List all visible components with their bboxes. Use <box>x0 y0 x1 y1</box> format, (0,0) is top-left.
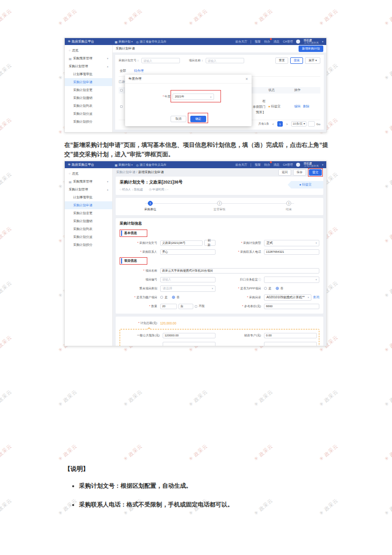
sidebar-item-plan-cancel[interactable]: 采购计划撤销 <box>65 94 112 102</box>
user-info[interactable]: 陈杭建义乌市财政局 <box>304 39 318 45</box>
nav-ca[interactable]: CA管理 <box>283 40 293 44</box>
shanty-no-radio[interactable] <box>172 296 175 299</box>
grid-icon: ▦ <box>115 40 118 44</box>
breadcrumb-parent[interactable]: 采购计划申请 <box>116 170 135 174</box>
watermark: ✳ 政采云 <box>0 334 13 354</box>
year-dialog: 年度办理 ✕ 年度 2021年▾ 取消 确定 <box>125 75 252 126</box>
nav-location[interactable]: ◎浙江省金华市义乌市 <box>136 40 166 44</box>
steps-card: 1采购单位 2监管审核 3结束 <box>116 198 323 215</box>
cancel-button[interactable]: 取消 <box>171 116 186 122</box>
avatar[interactable]: ◌ <box>296 163 300 167</box>
cutoff-input-left[interactable] <box>163 342 216 346</box>
shanty-yes-radio[interactable] <box>160 296 163 299</box>
sidebar-group-budget[interactable]: ▤采购预算管理▾ <box>65 54 112 62</box>
sidebar-item-plan-review[interactable]: 计划事项审批 <box>65 193 112 201</box>
sidebar-item-plan-change[interactable]: 采购计划变更 <box>65 86 112 94</box>
sidebar-item-plan-cancel[interactable]: 采购计划撤销 <box>65 217 112 225</box>
price-input[interactable] <box>264 304 319 309</box>
sidebar-item-plan-apply[interactable]: 采购计划申请 <box>65 78 112 86</box>
qty-input[interactable] <box>160 304 177 309</box>
ppp-yes-radio[interactable] <box>264 287 267 290</box>
reset-button[interactable]: 重置 <box>275 57 288 64</box>
nav-alert[interactable]: 预警 <box>255 40 261 44</box>
cutoff-input-right[interactable] <box>264 342 317 346</box>
edit-link[interactable]: 编辑 <box>294 104 301 108</box>
nav-message[interactable]: 消息 <box>273 163 279 167</box>
new-plan-button[interactable]: 新增采购计划 <box>299 46 323 52</box>
phone-input[interactable] <box>264 249 319 255</box>
year-select[interactable]: 2021年▾ <box>173 93 214 100</box>
nav-ca[interactable]: CA管理 <box>283 163 293 167</box>
back-button[interactable]: 返回 <box>278 169 291 176</box>
watermark: ✳ 政采云 <box>122 388 144 408</box>
page-jump-input[interactable] <box>308 121 315 127</box>
office-select[interactable]: ▾ <box>264 277 319 283</box>
nav-menu-plan[interactable]: ▦采购计划▾ <box>115 163 132 167</box>
next-page-button[interactable]: > <box>284 121 290 127</box>
sidebar-item-plan-review[interactable]: 计划事项审批 <box>65 70 112 78</box>
key-type-select[interactable]: 请选择▾ <box>160 285 216 292</box>
save-button[interactable]: 保存 <box>293 169 306 176</box>
delete-link[interactable]: 删除 <box>303 104 309 108</box>
row-checkbox[interactable] <box>120 105 123 108</box>
user-chevron-icon[interactable]: ▾ <box>322 163 323 166</box>
project-name-input[interactable] <box>160 268 319 274</box>
brand[interactable]: ✳政府采购云平台 <box>68 40 111 44</box>
qty-unit-input[interactable] <box>178 304 193 309</box>
nav-alert[interactable]: 预警 <box>255 163 261 167</box>
sidebar-item-plan-split[interactable]: 采购计划拆分 <box>65 118 112 126</box>
user-info[interactable]: 陈杭建义乌市财政局 <box>304 162 318 168</box>
fiscal-account-input[interactable] <box>264 333 317 338</box>
sidebar-item-plan-assign[interactable]: 采购计划分派 <box>65 233 112 241</box>
nav-front-hall[interactable]: 前台大厅 <box>235 163 247 167</box>
catalog-search-link[interactable]: 查询 <box>313 295 319 300</box>
project-no-input[interactable] <box>160 277 216 282</box>
plan-type-value: 正式 <box>266 241 273 245</box>
watermark: ✳ 政采云 <box>57 388 79 408</box>
plan-type-select[interactable]: 正式▾ <box>264 240 319 246</box>
nav-menu-plan[interactable]: ▦采购计划▾ <box>115 40 132 44</box>
prev-page-button[interactable]: < <box>270 121 276 127</box>
nav-todo[interactable]: 待办 <box>264 163 270 167</box>
select-all-checkbox[interactable] <box>120 89 123 92</box>
filter-doc-label: 采购计划文号： <box>119 58 139 63</box>
sidebar-item-plan-assign[interactable]: 采购计划分派 <box>65 110 112 118</box>
nav-location[interactable]: ◎浙江省金华市义乌市 <box>136 163 166 167</box>
sidebar-group-plan[interactable]: 采购计划管理▴ <box>65 185 112 193</box>
ppp-no-radio[interactable] <box>276 287 279 290</box>
sidebar-item-overview[interactable]: ○总览 <box>65 170 112 178</box>
nav-front-hall[interactable]: 前台大厅 <box>235 40 247 44</box>
sidebar-item-plan-split[interactable]: 采购计划拆分 <box>65 241 112 249</box>
expand-button[interactable]: 展开 ▾ <box>305 57 320 64</box>
unlimited-checkbox[interactable] <box>195 305 197 308</box>
filter-doc-input[interactable] <box>141 58 180 63</box>
submit-button[interactable]: 提交 <box>309 169 322 176</box>
confirm-button[interactable]: 确定 <box>190 116 206 122</box>
catalog-select[interactable]: A02010105便携式计算机**▾ <box>264 294 311 301</box>
per-page-select[interactable]: 10条/页 ▾ <box>291 121 306 127</box>
page-number[interactable]: 1 <box>277 121 283 127</box>
sidebar-item-plan-list[interactable]: 采购计划列表 <box>65 102 112 110</box>
brand[interactable]: ✳政府采购云平台 <box>68 163 111 167</box>
sidebar-group-plan[interactable]: 采购计划管理▴ <box>65 62 112 70</box>
sidebar-item-plan-apply[interactable]: 采购计划申请 <box>65 201 112 209</box>
sidebar-item-overview[interactable]: ○总览 <box>65 46 112 54</box>
contact-input[interactable] <box>160 249 216 255</box>
doc-no-input[interactable] <box>160 240 203 246</box>
public-budget-input[interactable] <box>163 333 216 338</box>
sidebar-item-plan-change[interactable]: 采购计划变更 <box>65 209 112 217</box>
nav-message[interactable]: 消息 <box>273 40 279 44</box>
todo-badge <box>270 161 272 163</box>
filter-name-input[interactable] <box>206 58 244 63</box>
watermark: ✳ 政采云 <box>253 443 274 462</box>
search-button[interactable]: 搜索 <box>290 57 303 64</box>
user-chevron-icon[interactable]: ▾ <box>322 40 323 43</box>
go-label[interactable]: Go <box>316 123 320 126</box>
close-icon[interactable]: ✕ <box>245 77 248 81</box>
nav-todo[interactable]: 待办 <box>264 40 270 44</box>
refresh-button[interactable]: 刷新 <box>204 240 216 246</box>
avatar[interactable]: ◌ <box>296 40 300 44</box>
sidebar-group-budget[interactable]: ▤采购预算管理▾ <box>65 178 112 185</box>
sidebar-item-plan-list[interactable]: 采购计划列表 <box>65 225 112 233</box>
catalog-value: A02010105便携式计算机** <box>266 295 305 300</box>
